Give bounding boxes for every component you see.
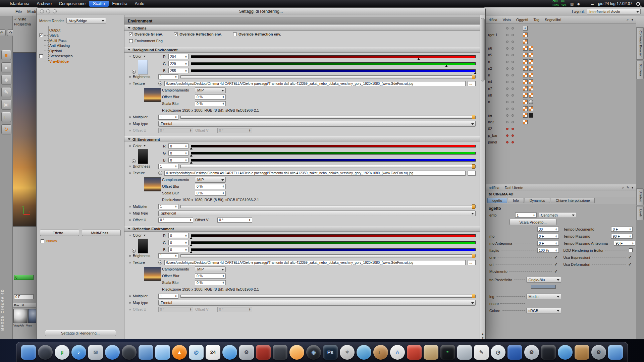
anim-dot-icon[interactable] [129, 262, 131, 263]
timeline-frame-field[interactable]: 0 [14, 275, 34, 280]
stepper-icon[interactable]: ▲▼ [189, 308, 192, 311]
anim-dot-icon[interactable] [129, 145, 131, 147]
points-mode-tool[interactable]: ● [1, 62, 11, 72]
anim-dot-icon[interactable] [129, 166, 131, 167]
obj-menu-difica[interactable]: difica [489, 18, 497, 22]
stepper-icon[interactable]: ▲▼ [222, 96, 225, 98]
menubar-icon-1[interactable]: ◆ [577, 2, 580, 6]
stepper-icon[interactable]: ▲▼ [184, 241, 187, 244]
attr-field[interactable]: 90 F▲▼ [614, 241, 635, 246]
spotlight-icon[interactable] [636, 2, 640, 6]
object-row[interactable]: + [486, 25, 636, 32]
dock-icon-blue-app[interactable] [139, 345, 153, 360]
stepper-icon[interactable]: ▲▼ [174, 165, 177, 168]
stepper-icon[interactable]: ▲▼ [174, 254, 177, 257]
state-dot-icon[interactable] [512, 54, 514, 56]
state-dot-icon[interactable] [506, 87, 508, 90]
slider-marker-icon[interactable] [190, 237, 193, 239]
color-expand-icon[interactable] [144, 56, 146, 57]
checker-tag-icon[interactable] [523, 113, 528, 118]
object-row[interactable]: n4 [486, 78, 636, 85]
stepper-icon[interactable]: ▲▼ [184, 62, 187, 65]
dock-icon-red-app[interactable] [256, 345, 271, 360]
tree-checkbox[interactable] [39, 54, 43, 58]
color-arrow-button[interactable]: ▸ [132, 70, 136, 74]
r-value-field[interactable]: 0▲▼ [168, 143, 189, 148]
state-dot-icon[interactable] [512, 34, 514, 36]
dock-icon-drive[interactable] [608, 345, 623, 360]
state-dot-icon[interactable] [512, 87, 514, 90]
stepper-icon[interactable]: ▲▼ [184, 159, 187, 162]
dock-icon-blue-square[interactable] [507, 345, 522, 360]
tree-item-output[interactable]: Output [39, 27, 121, 33]
dock-icon-ichat[interactable] [155, 345, 170, 360]
offset-u-field[interactable]: 0 °▲▼ [158, 128, 193, 133]
stepper-icon[interactable]: ▲▼ [222, 185, 225, 188]
state-dot-icon[interactable] [506, 114, 508, 117]
minimize-button[interactable] [46, 9, 50, 13]
dock-icon-finder[interactable] [21, 345, 36, 360]
material-thumb-1[interactable] [13, 309, 28, 323]
effetto-button[interactable]: Effetto... [40, 230, 79, 236]
tree-checkbox[interactable] [39, 34, 43, 37]
attr-menu-modifica[interactable]: odifica [489, 186, 499, 190]
offset-v-field[interactable]: 0 °▲▼ [217, 128, 252, 133]
dock-icon-ical[interactable]: 24 [206, 345, 220, 360]
section-bar-1[interactable]: GI Environment [124, 136, 480, 142]
options-section-bar[interactable]: Options [124, 25, 480, 31]
dock-icon-ring-app[interactable]: ◉ [306, 345, 321, 360]
menu-istantanea[interactable]: Istantanea [6, 1, 33, 7]
slider-marker-icon[interactable] [417, 58, 420, 60]
state-dot-icon[interactable] [512, 141, 514, 143]
state-dot-icon[interactable] [512, 121, 514, 123]
map-type-dropdown[interactable]: Frontal [158, 300, 476, 306]
texture-path-field[interactable]: /Users/paolofrigau/Desktop/Cinema 4d CAR… [164, 81, 466, 86]
object-row[interactable]: ne [486, 112, 636, 119]
side-tab-attributi[interactable]: Attributi [636, 188, 644, 205]
layout-dropdown[interactable]: Interfaccia di Avvio [587, 9, 641, 14]
state-dot-icon[interactable] [506, 141, 508, 143]
offset-blur-field[interactable]: 0 %▲▼ [195, 184, 226, 189]
viste-check[interactable]: ✓ [14, 17, 17, 21]
r-gradient-slider[interactable] [191, 145, 476, 147]
unit-dropdown[interactable]: Centimetri [539, 212, 576, 218]
anim-dot-icon[interactable] [129, 255, 131, 257]
dock-icon-garageband[interactable]: ♩ [373, 345, 388, 360]
checker-tag-icon[interactable] [529, 106, 533, 111]
slider-marker-icon[interactable] [190, 251, 193, 253]
state-dot-icon[interactable] [512, 61, 514, 63]
object-row[interactable] [486, 38, 636, 45]
stepper-icon[interactable]: ▲▼ [189, 129, 192, 132]
settaggi-rendering-button[interactable]: Settaggi di Rendering... [45, 330, 116, 336]
state-dot-icon[interactable] [506, 54, 508, 56]
edges-mode-tool[interactable]: ◆ [1, 75, 11, 85]
offset-u-field[interactable]: 0 °▲▼ [158, 218, 193, 223]
anim-dot-icon[interactable] [129, 83, 131, 84]
section-bar-0[interactable]: Background Environment [124, 47, 480, 53]
state-dot-icon[interactable] [506, 121, 508, 123]
checker-tag-icon[interactable] [529, 66, 533, 71]
zoom-button[interactable] [53, 9, 57, 13]
texture-thumbnail[interactable] [144, 177, 161, 191]
dock-icon-google-earth[interactable] [222, 345, 237, 360]
view-label[interactable]: Prospettiva [13, 22, 36, 27]
override-checkbox-1[interactable] [174, 33, 178, 36]
object-row[interactable]: ne2 [486, 119, 636, 125]
tree-item-multi-pass[interactable]: Multi-Pass [39, 38, 121, 43]
offset-v-field[interactable]: 0 °▲▼ [217, 218, 252, 223]
stepper-icon[interactable]: ▲▼ [184, 145, 187, 147]
anim-dot-icon[interactable] [129, 123, 131, 125]
checker-tag-icon[interactable] [523, 86, 528, 91]
dock-icon-silver-app[interactable] [457, 345, 472, 360]
override-checkbox-0[interactable] [129, 33, 133, 36]
stepper-icon[interactable]: ▲▼ [184, 248, 187, 251]
object-row[interactable]: p_bar [486, 132, 636, 139]
attr-tab-ogetto[interactable]: ogetto [487, 198, 507, 203]
b-gradient-slider[interactable] [191, 248, 476, 251]
state-dot-icon[interactable] [506, 81, 508, 83]
stepper-icon[interactable]: ▲▼ [555, 249, 558, 252]
state-dot-icon[interactable] [512, 134, 514, 137]
state-dot-icon[interactable] [512, 74, 514, 76]
attr-checkmark-icon[interactable]: ✓ [627, 255, 633, 260]
dock-icon-tan-app[interactable] [575, 345, 589, 360]
